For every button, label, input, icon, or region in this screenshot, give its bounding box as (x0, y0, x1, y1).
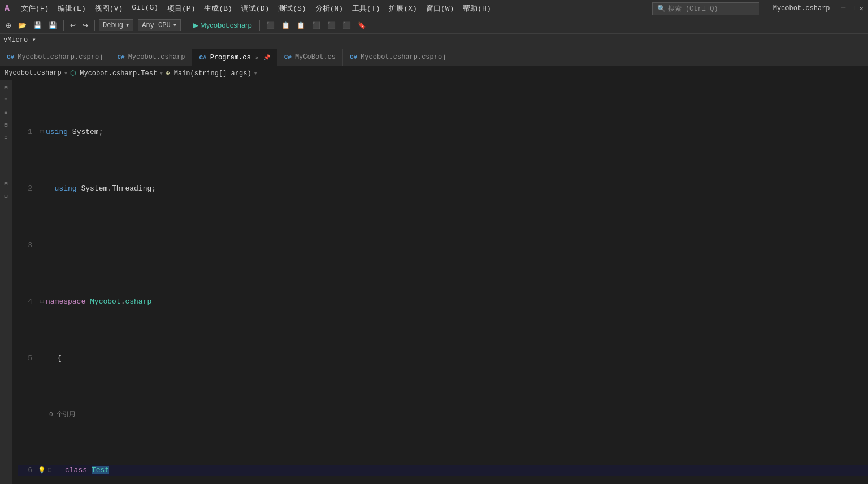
breadcrumb-sep3: ▾ (254, 69, 258, 77)
toolbar-btn4[interactable]: ⬛ (310, 20, 323, 31)
close-icon[interactable]: ✕ (859, 4, 863, 13)
side-icons: ⊞ ≡ ≡ ⊟ ≡ ⊞ ⊟ (0, 80, 12, 484)
run-btn[interactable]: ▶ Mycobot.csharp (189, 20, 255, 31)
menu-window[interactable]: 窗口(W) (422, 2, 458, 15)
code-lines: 1 □ using System; 2 using System.Threadi… (12, 80, 868, 484)
vmicro-label[interactable]: vMicro ▾ (3, 36, 36, 44)
code-line-4: 4 □ namespace Mycobot.csharp (18, 296, 868, 308)
sep1 (63, 20, 64, 31)
side-icon-1[interactable]: ⊞ (1, 83, 11, 93)
run-icon: ▶ (193, 21, 198, 29)
maximize-icon[interactable]: □ (850, 4, 854, 13)
breadcrumb: Mycobot.csharp ▾ ⬡ Mycobot.csharp.Test ▾… (0, 66, 868, 80)
tab-csproj1[interactable]: C# Mycobot.csharp.csproj (0, 49, 110, 66)
tab-icon-3: C# (199, 54, 206, 61)
lc-5[interactable]: { (46, 353, 868, 364)
breadcrumb-ns[interactable]: ⬡ Mycobot.csharp.Test (70, 69, 157, 77)
method-label: Main(string[] args) (174, 70, 251, 77)
menu-project[interactable]: 项目(P) (163, 2, 199, 15)
collapse-6[interactable]: □ (46, 465, 54, 476)
menu-analyze[interactable]: 分析(N) (311, 2, 348, 15)
breadcrumb-file[interactable]: Mycobot.csharp (5, 69, 62, 77)
collapse-3 (38, 240, 46, 251)
tab-mycobot[interactable]: C# Mycobot.csharp (110, 49, 192, 66)
run-label: Mycobot.csharp (200, 21, 252, 29)
menu-view[interactable]: 视图(V) (90, 2, 127, 15)
tab-icon-2: C# (117, 54, 124, 60)
code-line-1: 1 □ using System; (18, 127, 868, 138)
menu-edit[interactable]: 编辑(E) (53, 2, 90, 15)
menu-extensions[interactable]: 扩展(X) (384, 2, 421, 15)
toolbar-btn3[interactable]: 📋 (294, 20, 307, 31)
tab-label-5: Mycobot.csharp.csproj (361, 53, 446, 61)
tab-csproj2[interactable]: C# Mycobot.csharp.csproj (343, 49, 453, 66)
code-line-3: 3 (18, 240, 868, 251)
tab-close-3[interactable]: ✕ (254, 54, 260, 62)
toolbar-btn1[interactable]: ⬛ (264, 20, 277, 31)
title-bar: A 文件(F) 编辑(E) 视图(V) Git(G) 项目(P) 生成(B) 调… (0, 0, 868, 17)
menu-build[interactable]: 生成(B) (199, 2, 236, 15)
debug-label: Debug (103, 21, 123, 29)
menu-tools[interactable]: 工具(T) (348, 2, 384, 15)
side-icon-4[interactable]: ⊟ (1, 120, 11, 130)
code-editor[interactable]: 1 □ using System; 2 using System.Threadi… (12, 80, 868, 484)
collapse-1[interactable]: □ (38, 127, 46, 138)
cpu-dropdown-icon: ▾ (173, 21, 177, 29)
code-area[interactable]: 1 □ using System; 2 using System.Threadi… (12, 80, 868, 484)
side-icon-3[interactable]: ≡ (1, 107, 11, 118)
sep4 (259, 20, 260, 31)
lc-4[interactable]: namespace Mycobot.csharp (46, 296, 868, 308)
menu-git[interactable]: Git(G) (127, 2, 163, 15)
collapse-4[interactable]: □ (38, 296, 46, 308)
code-line-2: 2 using System.Threading; (18, 183, 868, 195)
minimize-icon[interactable]: ─ (841, 4, 846, 13)
tab-icon-1: C# (7, 54, 14, 60)
lc-1[interactable]: using System; (46, 127, 868, 138)
debug-dropdown[interactable]: Debug ▾ (99, 19, 133, 31)
collapse-5 (38, 353, 46, 364)
tab-pin-icon: 📌 (263, 54, 270, 61)
breadcrumb-method[interactable]: ⊕ Main(string[] args) (166, 69, 251, 77)
cpu-dropdown[interactable]: Any CPU ▾ (138, 19, 181, 31)
bulb-icon[interactable]: 💡 (38, 465, 46, 476)
menu-bar: 文件(F) 编辑(E) 视图(V) Git(G) 项目(P) 生成(B) 调试(… (16, 2, 496, 15)
tab-label-1: Mycobot.csharp.csproj (18, 53, 103, 61)
menu-debug[interactable]: 调试(D) (237, 2, 274, 15)
lc-6[interactable]: class Test (54, 465, 868, 476)
bookmark-btn[interactable]: 🔖 (355, 20, 368, 31)
cpu-label: Any CPU (142, 21, 170, 29)
lc-2[interactable]: using System.Threading; (46, 183, 868, 195)
menu-help[interactable]: 帮助(H) (458, 2, 495, 15)
window-title: Mycobot.csharp (773, 5, 830, 12)
ln-6: 6 (18, 465, 38, 476)
menu-test[interactable]: 测试(S) (274, 2, 310, 15)
open-btn[interactable]: 📂 (16, 20, 29, 31)
ln-3: 3 (18, 240, 38, 251)
breadcrumb-sep2: ▾ (159, 69, 163, 77)
window-controls: ─ □ ✕ (841, 4, 863, 13)
tab-label-3: Program.cs (210, 54, 251, 62)
tab-mycobot-cs[interactable]: C# MyCoBot.cs (277, 49, 343, 66)
toolbar-btn2[interactable]: 📋 (279, 20, 292, 31)
undo-btn[interactable]: ↩ (68, 20, 78, 31)
ln-1: 1 (18, 127, 38, 138)
side-icon-7[interactable]: ⊟ (1, 191, 11, 201)
search-box[interactable]: 🔍 搜索 (Ctrl+Q) (652, 2, 760, 15)
redo-btn[interactable]: ↪ (80, 20, 90, 31)
toolbar-btn6[interactable]: ⬛ (340, 20, 353, 31)
menu-file[interactable]: 文件(F) (16, 2, 53, 15)
side-icon-5[interactable]: ≡ (1, 132, 11, 142)
save-all-btn[interactable]: 💾 (46, 20, 59, 31)
side-icon-2[interactable]: ≡ (1, 95, 11, 105)
new-btn[interactable]: ⊕ (3, 20, 14, 31)
ln-4: 4 (18, 296, 38, 308)
search-icon: 🔍 (657, 5, 666, 13)
toolbar-btn5[interactable]: ⬛ (325, 20, 338, 31)
sep3 (185, 20, 185, 31)
tab-programcs[interactable]: C# Program.cs ✕ 📌 (192, 49, 277, 66)
main-area: ⊞ ≡ ≡ ⊟ ≡ ⊞ ⊟ 1 □ using System; 2 using … (0, 80, 868, 484)
save-btn[interactable]: 💾 (31, 20, 44, 31)
tab-label-4: MyCoBot.cs (295, 53, 336, 61)
side-icon-6[interactable]: ⊞ (1, 179, 11, 189)
sep2 (94, 20, 95, 31)
